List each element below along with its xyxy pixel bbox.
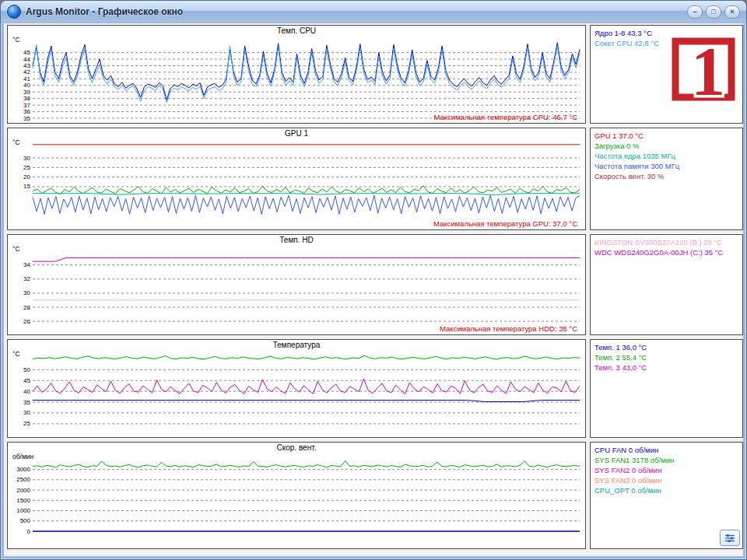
legend-list-cpu: Ядро 1-8 43,3 °CСокет CPU 42,8 °C xyxy=(594,28,738,48)
legend-item: Ядро 1-8 43,3 °C xyxy=(594,28,738,38)
svg-text:28: 28 xyxy=(23,304,30,311)
chart-title: Темп. CPU xyxy=(8,26,585,35)
chart-panel-hdd: Темп. HD °C 3432302826 Максимальная темп… xyxy=(7,234,586,335)
y-axis-unit: °C xyxy=(12,36,20,44)
legend-item: KINGSTON SV300S37A120 (B:) 29 °C xyxy=(594,237,738,247)
title-bar[interactable]: Argus Monitor - Графическое окно – □ × xyxy=(1,1,746,23)
svg-text:1000: 1000 xyxy=(16,507,30,514)
svg-text:15: 15 xyxy=(23,183,30,190)
legend-item: SYS FAN1 3178 об/мин xyxy=(594,455,738,465)
svg-text:25: 25 xyxy=(23,420,30,427)
svg-text:26: 26 xyxy=(23,318,30,325)
legend-item: Сокет CPU 42,8 °C xyxy=(594,38,738,48)
legend-item: Темп. 2 55,4 °C xyxy=(594,352,738,362)
svg-text:30: 30 xyxy=(23,409,30,416)
legend-item: CPU FAN 0 об/мин xyxy=(594,445,738,455)
legend-panel-temperature: Темп. 1 36,0 °CТемп. 2 55,4 °CТемп. 3 43… xyxy=(590,339,743,438)
temperature-chart: 504540353025 xyxy=(9,350,584,436)
caption-buttons: – □ × xyxy=(687,5,740,19)
max-temp-label: Максимальная температура HDD: 35 °C xyxy=(440,324,577,333)
svg-text:35: 35 xyxy=(23,399,30,406)
legend-list-hdd: KINGSTON SV300S37A120 (B:) 29 °CWDC WDS2… xyxy=(594,237,738,257)
legend-item: SYS FAN3 0 об/мин xyxy=(594,475,738,485)
svg-text:35: 35 xyxy=(23,115,30,122)
graph-settings-button[interactable] xyxy=(720,530,740,546)
legend-item: Частота ядра 1035 МГц xyxy=(594,151,738,161)
svg-text:50: 50 xyxy=(23,366,30,373)
max-temp-label: Максимальная температура GPU: 37,0 °C xyxy=(433,219,577,228)
legend-item: SYS FAN2 0 об/мин xyxy=(594,465,738,475)
max-temp-label: Максимальная температура CPU: 46,7 °C xyxy=(433,113,577,121)
svg-text:20: 20 xyxy=(23,173,30,180)
legend-item: Скорость вент. 30 % xyxy=(594,171,738,181)
legend-item: CPU_OPT 0 об/мин xyxy=(594,485,738,495)
legend-panel-hdd: KINGSTON SV300S37A120 (B:) 29 °CWDC WDS2… xyxy=(590,234,743,335)
y-axis-unit: °C xyxy=(12,350,20,358)
legend-panel-fan: CPU FAN 0 об/минSYS FAN1 3178 об/минSYS … xyxy=(590,442,743,549)
chart-panel-gpu: GPU 1 °C 30252015 Максимальная температу… xyxy=(7,128,586,230)
svg-text:2000: 2000 xyxy=(16,487,30,494)
svg-text:32: 32 xyxy=(23,275,30,282)
svg-text:30: 30 xyxy=(23,289,30,296)
y-axis-unit: об/мин xyxy=(12,453,33,460)
svg-text:3000: 3000 xyxy=(16,466,30,473)
chart-title: Температура xyxy=(8,341,585,349)
hdd-temp-chart: 3432302826 xyxy=(9,245,584,333)
legend-item: GPU 1 37,0 °C xyxy=(594,131,738,141)
legend-list-temperature: Темп. 1 36,0 °CТемп. 2 55,4 °CТемп. 3 43… xyxy=(594,342,738,373)
legend-panel-gpu: GPU 1 37,0 °CЗагрузка 0 %Частота ядра 10… xyxy=(590,128,743,230)
cpu-temp-chart: 4544434241403938373635 xyxy=(9,36,584,121)
y-axis-unit: °C xyxy=(12,245,20,253)
chart-title: Темп. HD xyxy=(8,236,585,244)
svg-text:34: 34 xyxy=(23,261,30,268)
svg-text:45: 45 xyxy=(23,377,30,384)
svg-text:25: 25 xyxy=(23,164,30,171)
legend-item: Загрузка 0 % xyxy=(594,141,738,151)
svg-text:0: 0 xyxy=(27,528,31,535)
legend-panel-cpu: 1 Ядро 1-8 43,3 °CСокет CPU 42,8 °C xyxy=(590,25,743,124)
maximize-button[interactable]: □ xyxy=(706,5,721,19)
close-button[interactable]: × xyxy=(724,5,740,19)
svg-text:500: 500 xyxy=(20,517,31,524)
legend-item: Темп. 1 36,0 °C xyxy=(594,342,738,352)
chart-panel-temperature: Температура °C 504540353025 xyxy=(7,339,586,438)
minimize-button[interactable]: – xyxy=(687,5,703,19)
app-window: Argus Monitor - Графическое окно – □ × Т… xyxy=(0,0,747,560)
client-area: Темп. CPU °C 4544434241403938373635 Макс… xyxy=(4,23,743,556)
app-icon[interactable] xyxy=(7,5,21,19)
fan-speed-chart: 300025002000150010005000 xyxy=(9,453,584,547)
legend-item: WDC WDS240G2G0A-00JH (C:) 35 °C xyxy=(594,247,738,257)
sliders-icon xyxy=(724,534,735,543)
gpu-chart: 30252015 xyxy=(9,138,584,228)
legend-item: Темп. 3 43,0 °C xyxy=(594,362,738,373)
legend-list-gpu: GPU 1 37,0 °CЗагрузка 0 %Частота ядра 10… xyxy=(594,131,738,181)
legend-item: Частота памяти 300 МГц xyxy=(594,161,738,171)
chart-panel-fan: Скор. вент. об/мин 300025002000150010005… xyxy=(7,442,586,549)
svg-text:40: 40 xyxy=(23,388,30,395)
chart-title: GPU 1 xyxy=(8,129,585,138)
legend-list-fan: CPU FAN 0 об/минSYS FAN1 3178 об/минSYS … xyxy=(594,445,738,495)
chart-panel-cpu: Темп. CPU °C 4544434241403938373635 Макс… xyxy=(7,25,586,124)
window-title: Argus Monitor - Графическое окно xyxy=(26,6,183,17)
svg-text:2500: 2500 xyxy=(16,476,30,483)
chart-title: Скор. вент. xyxy=(8,443,585,452)
y-axis-unit: °C xyxy=(12,138,20,146)
svg-text:1500: 1500 xyxy=(16,497,30,504)
svg-text:30: 30 xyxy=(23,155,30,162)
